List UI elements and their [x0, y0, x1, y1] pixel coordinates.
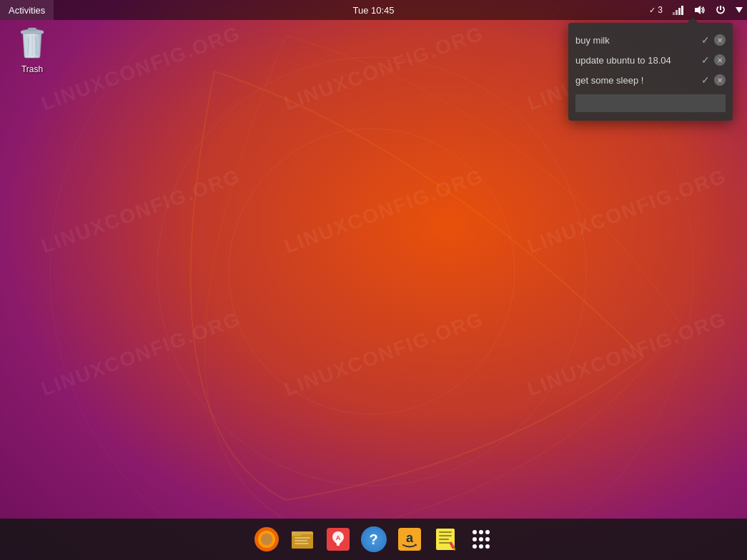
power-icon [716, 5, 726, 15]
todo-item-label-2: update ubuntu to 18.04 [575, 55, 697, 66]
todo-item-3: get some sleep ! ✓ ✕ [568, 70, 733, 90]
todo-indicator[interactable]: ✓ 3 [645, 0, 667, 20]
watermark: LINUXCONFIG.ORG [38, 308, 244, 401]
trash-desktop-icon[interactable]: Trash [14, 21, 50, 77]
trash-label: Trash [21, 64, 43, 74]
svg-rect-3 [673, 12, 675, 15]
apps-dot [479, 544, 483, 549]
notepad-icon [432, 526, 459, 553]
updater-icon: A [325, 526, 352, 553]
amazon-icon: a [396, 526, 423, 553]
svg-point-2 [229, 129, 515, 414]
svg-rect-23 [295, 543, 309, 544]
svg-rect-5 [678, 8, 681, 15]
todo-item-label-1: buy milk [575, 35, 697, 46]
trash-icon-image [17, 24, 47, 61]
todo-remove-2[interactable]: ✕ [714, 54, 726, 66]
watermark: LINUXCONFIG.ORG [281, 308, 487, 401]
apps-dot [485, 530, 490, 534]
svg-rect-31 [439, 531, 452, 533]
svg-text:a: a [405, 531, 413, 545]
activities-button[interactable]: Activities [0, 0, 54, 20]
network-icon [673, 5, 684, 15]
watermark: LINUXCONFIG.ORG [281, 22, 487, 116]
todo-count: 3 [658, 5, 663, 15]
todo-new-item-input[interactable] [575, 94, 726, 112]
svg-rect-33 [439, 539, 449, 540]
svg-point-0 [157, 57, 586, 486]
todo-check-1[interactable]: ✓ [701, 34, 710, 46]
chevron-down-icon [736, 7, 743, 13]
dock-item-notepad[interactable] [429, 523, 462, 556]
watermark: LINUXCONFIG.ORG [281, 165, 487, 259]
apps-dot [485, 544, 490, 549]
check-icon: ✓ [649, 6, 656, 15]
todo-check-3[interactable]: ✓ [701, 74, 710, 86]
todo-remove-1[interactable]: ✕ [714, 34, 726, 46]
volume-icon [694, 5, 706, 15]
watermark: LINUXCONFIG.ORG [38, 22, 244, 116]
todo-check-2[interactable]: ✓ [701, 54, 710, 66]
watermark: LINUXCONFIG.ORG [38, 165, 244, 259]
dock-item-firefox[interactable] [250, 523, 283, 556]
svg-rect-11 [28, 28, 36, 31]
svg-rect-21 [295, 537, 310, 539]
apps-grid-icon [468, 526, 494, 552]
apps-dot [473, 530, 477, 534]
watermark: LINUXCONFIG.ORG [524, 308, 730, 401]
svg-rect-20 [292, 531, 302, 536]
dock: A ? a [0, 519, 747, 560]
dock-item-updater[interactable]: A [322, 523, 355, 556]
todo-remove-3[interactable]: ✕ [714, 74, 726, 86]
dock-item-help[interactable]: ? [357, 523, 390, 556]
panel-dropdown-button[interactable] [731, 0, 747, 20]
dock-item-files[interactable] [286, 523, 319, 556]
apps-dot [479, 537, 483, 541]
power-button[interactable] [711, 0, 730, 20]
files-icon [289, 526, 316, 553]
todo-panel: buy milk ✓ ✕ update ubuntu to 18.04 ✓ ✕ … [568, 23, 733, 121]
apps-dot [473, 537, 477, 541]
dock-item-show-apps[interactable] [465, 523, 498, 556]
todo-item-label-3: get some sleep ! [575, 75, 697, 86]
watermark: LINUXCONFIG.ORG [524, 165, 730, 259]
dock-item-amazon[interactable]: a [393, 523, 426, 556]
trash-svg [19, 26, 46, 59]
svg-rect-22 [295, 540, 307, 541]
network-button[interactable] [668, 0, 688, 20]
todo-item-1: buy milk ✓ ✕ [568, 30, 733, 50]
svg-rect-32 [439, 535, 452, 536]
top-panel: Activities Tue 10:45 ✓ 3 [0, 0, 747, 20]
svg-rect-34 [439, 542, 450, 544]
firefox-icon [253, 526, 280, 553]
svg-rect-4 [676, 10, 678, 15]
todo-item-2: update ubuntu to 18.04 ✓ ✕ [568, 50, 733, 70]
apps-dot [485, 537, 490, 541]
svg-marker-7 [695, 6, 701, 14]
svg-rect-10 [21, 31, 44, 34]
todo-input-row [568, 90, 733, 114]
apps-dot [473, 544, 477, 549]
panel-clock[interactable]: Tue 10:45 [352, 5, 394, 16]
svg-rect-6 [681, 6, 683, 15]
svg-text:A: A [335, 534, 340, 541]
svg-marker-8 [736, 7, 743, 13]
help-icon: ? [361, 526, 387, 552]
apps-dot [479, 530, 483, 534]
